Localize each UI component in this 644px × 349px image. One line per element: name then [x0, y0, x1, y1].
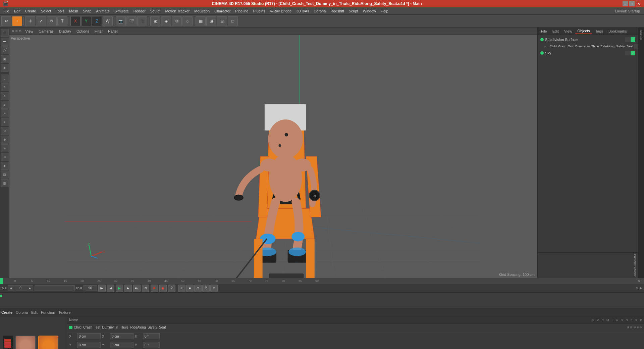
- obj-sky[interactable]: Sky ✓: [539, 50, 637, 56]
- material-thule-thumb[interactable]: thule: [38, 336, 58, 349]
- objmgr-tab-view[interactable]: View: [562, 29, 574, 33]
- key-button[interactable]: ◉: [159, 285, 167, 292]
- render-region[interactable]: 📷: [116, 16, 126, 26]
- tool-10[interactable]: ⊗: [1, 153, 9, 161]
- skip-to-start[interactable]: ⏮: [98, 285, 106, 292]
- tool-9[interactable]: ≋: [1, 144, 9, 152]
- tool-13[interactable]: ◫: [1, 179, 9, 187]
- axis-z[interactable]: Z: [92, 16, 102, 26]
- vp-menu-panel[interactable]: Panel: [107, 29, 119, 33]
- close-button[interactable]: ✕: [636, 1, 641, 6]
- pos-y2-input[interactable]: [110, 342, 133, 348]
- objmgr-tab-tags[interactable]: Tags: [593, 29, 605, 33]
- vp-menu-cameras[interactable]: Cameras: [37, 29, 55, 33]
- mat-tab-texture[interactable]: Texture: [58, 310, 70, 314]
- menu-create[interactable]: Create: [23, 8, 38, 14]
- display-mode[interactable]: ◉: [150, 16, 160, 26]
- mode-scale[interactable]: ⤢: [36, 16, 46, 26]
- snap-toggle[interactable]: ⊞: [206, 16, 216, 26]
- motion-4[interactable]: P: [202, 285, 210, 292]
- minimize-button[interactable]: ─: [623, 1, 628, 6]
- prev-frame[interactable]: ◄: [107, 285, 114, 292]
- menu-window[interactable]: Window: [361, 8, 378, 14]
- motion-3[interactable]: ⊙: [194, 285, 202, 292]
- side-tab-startup[interactable]: Startup: [638, 29, 644, 41]
- menu-mograph[interactable]: MoGraph: [192, 8, 212, 14]
- axis-x[interactable]: X: [70, 16, 80, 26]
- menu-edit[interactable]: Edit: [12, 8, 22, 14]
- menu-sculpt[interactable]: Sculpt: [148, 8, 163, 14]
- vp-menu-display[interactable]: Display: [58, 29, 72, 33]
- vp-menu-filter[interactable]: Filter: [93, 29, 104, 33]
- edges-mode[interactable]: ╱╱: [1, 46, 9, 54]
- viewport-canvas[interactable]: Perspective: [9, 35, 537, 278]
- tool-2[interactable]: S: [1, 83, 9, 91]
- menu-motion-tracker[interactable]: Motion Tracker: [163, 8, 192, 14]
- timeline-track[interactable]: [0, 293, 644, 308]
- tool-8[interactable]: ⊕: [1, 136, 9, 144]
- objmgr-tab-objects[interactable]: Objects: [575, 29, 592, 34]
- menu-mesh[interactable]: Mesh: [67, 8, 80, 14]
- loop-button[interactable]: ↻: [142, 285, 149, 292]
- menu-render[interactable]: Render: [131, 8, 148, 14]
- tool-6[interactable]: ≡: [1, 118, 9, 126]
- tool-4[interactable]: ⌀: [1, 101, 9, 109]
- wireframe[interactable]: □: [228, 16, 238, 26]
- obj-vis-subdiv[interactable]: [625, 37, 630, 42]
- menu-snap[interactable]: Snap: [81, 8, 94, 14]
- auto-key[interactable]: ⏺: [151, 285, 158, 292]
- menu-plugins[interactable]: Plugins: [251, 8, 267, 14]
- render-all[interactable]: 🎥: [137, 16, 147, 26]
- motion-5[interactable]: ≡: [210, 285, 218, 292]
- vp-menu-view[interactable]: View: [24, 29, 35, 33]
- tool-5[interactable]: ↗: [1, 109, 9, 117]
- obj-mode[interactable]: ◈: [1, 64, 9, 72]
- tool-3[interactable]: $: [1, 92, 9, 100]
- material-child-thumb[interactable]: Child_Ju: [15, 336, 36, 349]
- tool-11[interactable]: ◈: [1, 162, 9, 170]
- end-frame-input[interactable]: [84, 285, 97, 291]
- menu-animate[interactable]: Animate: [94, 8, 112, 14]
- maximize-button[interactable]: □: [629, 1, 635, 6]
- mat-tab-edit[interactable]: Edit: [31, 310, 38, 314]
- obj-vis-child[interactable]: [634, 44, 638, 49]
- add-button[interactable]: +: [12, 16, 22, 26]
- display-mode-3[interactable]: ⚙: [172, 16, 182, 26]
- next-frame[interactable]: ►: [124, 285, 132, 292]
- tool-1[interactable]: L: [1, 74, 9, 83]
- pos-x2-input[interactable]: [110, 333, 133, 339]
- menu-simulate[interactable]: Simulate: [112, 8, 131, 14]
- mat-tab-function[interactable]: Function: [41, 310, 55, 314]
- obj-vis-sky[interactable]: [625, 51, 630, 55]
- objmgr-tab-edit[interactable]: Edit: [550, 29, 561, 33]
- pos-y-input[interactable]: [77, 342, 101, 348]
- menu-help[interactable]: Help: [379, 8, 390, 14]
- select-tool[interactable]: ⬛: [1, 29, 9, 37]
- objmgr-tab-bookmarks[interactable]: Bookmarks: [606, 29, 629, 33]
- rot-h-input[interactable]: [143, 333, 160, 339]
- obj-subdivision-surface[interactable]: Subdivision Surface ✓: [539, 36, 637, 43]
- display-mode-4[interactable]: ☼: [182, 16, 193, 26]
- mode-transform[interactable]: T: [57, 16, 67, 26]
- world-axis[interactable]: W: [103, 16, 113, 26]
- points-mode[interactable]: •••: [1, 38, 9, 46]
- timeline-scrubber[interactable]: [35, 285, 75, 291]
- menu-script[interactable]: Script: [347, 8, 360, 14]
- play-button[interactable]: ▶: [116, 285, 123, 292]
- skip-to-end[interactable]: ⏭: [133, 285, 141, 292]
- tool-7[interactable]: ⊙: [1, 127, 9, 135]
- menu-character[interactable]: Character: [212, 8, 232, 14]
- help-button[interactable]: ?: [168, 285, 175, 292]
- motion-1[interactable]: ✛: [178, 285, 185, 292]
- motion-2[interactable]: ■: [186, 285, 194, 292]
- render-active[interactable]: 🎬: [126, 16, 137, 26]
- obj-lock-sky[interactable]: ✓: [631, 51, 635, 55]
- frame-input[interactable]: [14, 285, 27, 291]
- menu-pipeline[interactable]: Pipeline: [233, 8, 250, 14]
- mat-tab-create[interactable]: Create: [1, 310, 12, 314]
- grid-toggle[interactable]: ▦: [196, 16, 206, 26]
- menu-redshift[interactable]: Redshift: [328, 8, 346, 14]
- menu-file[interactable]: File: [1, 8, 11, 14]
- rot-p-input[interactable]: [143, 342, 160, 348]
- display-mode-2[interactable]: ◈: [161, 16, 171, 26]
